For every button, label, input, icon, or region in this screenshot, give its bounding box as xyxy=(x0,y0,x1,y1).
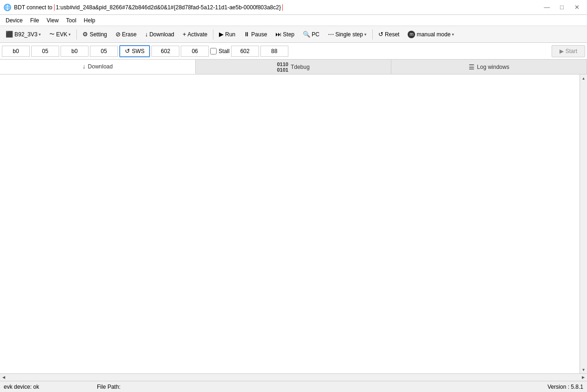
tab-bar: ↓ Download 01100101 Tdebug ☰ Log windows xyxy=(0,60,587,74)
download-button[interactable]: Download xyxy=(141,28,178,41)
erase-icon: ⊘ xyxy=(116,31,121,38)
reg-input-4[interactable] xyxy=(90,46,118,57)
reset-icon xyxy=(378,31,383,38)
minimize-button[interactable]: — xyxy=(540,2,553,13)
tab-logwindows[interactable]: ☰ Log windows xyxy=(391,60,587,74)
menu-file[interactable]: File xyxy=(27,15,43,26)
scroll-track-vertical[interactable] xyxy=(580,82,587,366)
pc-icon: 🔍 xyxy=(303,31,310,38)
vertical-scrollbar: ▲ ▼ xyxy=(580,74,587,373)
content-area[interactable] xyxy=(0,74,580,373)
reg-input-6[interactable] xyxy=(181,46,209,57)
toolbar: ⬛ B92_3V3 ▾ 〜 EVK ▾ Setting ⊘ Erase Down… xyxy=(0,26,587,43)
device-icon: ⬛ xyxy=(6,31,13,38)
reg-input-5[interactable] xyxy=(151,46,179,57)
window-controls: — □ ✕ xyxy=(540,2,583,13)
pause-icon: ⏸ xyxy=(244,31,250,38)
status-filepath: File Path: xyxy=(97,384,547,390)
activate-icon: + xyxy=(183,31,186,38)
start-button[interactable]: ▶ Start xyxy=(552,45,585,57)
title-text: BDT connect to 1:usb#vid_248a&pid_8266#7… xyxy=(14,4,540,11)
scroll-up-button[interactable]: ▲ xyxy=(580,74,587,82)
tab-download-icon: ↓ xyxy=(82,63,86,70)
connect-id: 1:usb#vid_248a&pid_8266#7&2b846d2d&0&1#{… xyxy=(54,4,283,11)
main-area xyxy=(0,74,580,373)
reg-input-8[interactable] xyxy=(260,46,288,57)
manualmode-dropdown-arrow: ▾ xyxy=(452,32,454,37)
sws-button[interactable]: ↺ SWS xyxy=(119,45,150,57)
tab-logwindows-icon: ☰ xyxy=(469,63,475,71)
scroll-left-button[interactable]: ◀ xyxy=(0,374,7,381)
manualmode-icon: m xyxy=(408,31,415,38)
evk-dropdown-arrow: ▾ xyxy=(68,32,71,37)
menu-tool[interactable]: Tool xyxy=(62,15,80,26)
titlebar: BDT connect to 1:usb#vid_248a&pid_8266#7… xyxy=(0,0,587,15)
gear-icon xyxy=(82,31,88,38)
manual-mode-label: manual mode xyxy=(416,31,450,38)
erase-label: Erase xyxy=(122,31,137,38)
singlestep-dropdown-arrow: ▾ xyxy=(364,32,367,37)
stall-checkbox[interactable] xyxy=(210,48,217,54)
horizontal-scrollbar: ◀ ▶ xyxy=(0,373,587,381)
menu-help[interactable]: Help xyxy=(80,15,99,26)
statusbar: evk device: ok File Path: Version : 5.8.… xyxy=(0,381,587,392)
device-dropdown-arrow: ▾ xyxy=(39,32,41,37)
status-version: Version : 5.8.1 xyxy=(547,384,583,390)
menubar: Device File View Tool Help xyxy=(0,15,587,26)
reg-input-2[interactable] xyxy=(31,46,59,57)
manual-mode-button[interactable]: m manual mode ▾ xyxy=(404,28,458,41)
step-button[interactable]: ⏭ Step xyxy=(272,28,298,41)
pc-label: PC xyxy=(312,31,320,38)
menu-view[interactable]: View xyxy=(43,15,62,26)
close-button[interactable]: ✕ xyxy=(570,2,583,13)
run-label: Run xyxy=(225,31,235,38)
tab-download-label: Download xyxy=(88,63,113,70)
download-label: Download xyxy=(150,31,174,38)
sws-label: SWS xyxy=(132,48,144,54)
evk-button[interactable]: 〜 EVK ▾ xyxy=(46,28,75,41)
start-label: Start xyxy=(566,48,577,54)
app-icon xyxy=(4,4,11,11)
download-icon xyxy=(145,31,148,38)
pause-button[interactable]: ⏸ Pause xyxy=(240,28,271,41)
pc-button[interactable]: 🔍 PC xyxy=(299,28,323,41)
scroll-down-button[interactable]: ▼ xyxy=(580,366,587,373)
evk-icon: 〜 xyxy=(49,31,55,38)
reset-label: Reset xyxy=(385,31,399,38)
content-wrapper: ▲ ▼ xyxy=(0,74,587,373)
erase-button[interactable]: ⊘ Erase xyxy=(112,28,140,41)
single-step-button[interactable]: ⋯ Single step ▾ xyxy=(324,28,370,41)
tab-logwindows-label: Log windows xyxy=(477,64,509,70)
menu-device[interactable]: Device xyxy=(2,15,27,26)
device-selector[interactable]: ⬛ B92_3V3 ▾ xyxy=(2,28,45,41)
tab-tdebug-label: Tdebug xyxy=(291,64,310,70)
step-label: Step xyxy=(283,31,294,38)
stall-label: Stall xyxy=(218,48,229,54)
setting-label: Setting xyxy=(89,31,107,38)
stall-container: Stall xyxy=(210,48,229,54)
single-step-label: Single step xyxy=(335,31,363,38)
maximize-button[interactable]: □ xyxy=(555,2,568,13)
activate-button[interactable]: + Activate xyxy=(179,28,211,41)
start-icon: ▶ xyxy=(560,48,564,54)
reg-input-7[interactable] xyxy=(231,46,259,57)
setting-button[interactable]: Setting xyxy=(79,28,110,41)
sws-refresh-icon: ↺ xyxy=(125,47,130,54)
reg-input-1[interactable] xyxy=(2,46,30,57)
register-bar: ↺ SWS Stall ▶ Start xyxy=(0,43,587,60)
separator-2 xyxy=(213,29,213,40)
run-button[interactable]: Run xyxy=(215,28,239,41)
reg-input-3[interactable] xyxy=(61,46,89,57)
device-label: B92_3V3 xyxy=(14,31,37,38)
scroll-right-button[interactable]: ▶ xyxy=(580,374,587,381)
tab-tdebug-icon: 01100101 xyxy=(277,61,288,73)
status-device: evk device: ok xyxy=(4,384,97,390)
evk-label: EVK xyxy=(56,31,67,38)
step-icon: ⏭ xyxy=(275,31,281,38)
tab-tdebug[interactable]: 01100101 Tdebug xyxy=(196,60,391,74)
tab-download[interactable]: ↓ Download xyxy=(0,60,196,74)
reset-button[interactable]: Reset xyxy=(375,28,403,41)
singlestep-icon: ⋯ xyxy=(328,31,334,38)
scroll-track-horizontal[interactable] xyxy=(7,374,580,381)
activate-label: Activate xyxy=(188,31,208,38)
